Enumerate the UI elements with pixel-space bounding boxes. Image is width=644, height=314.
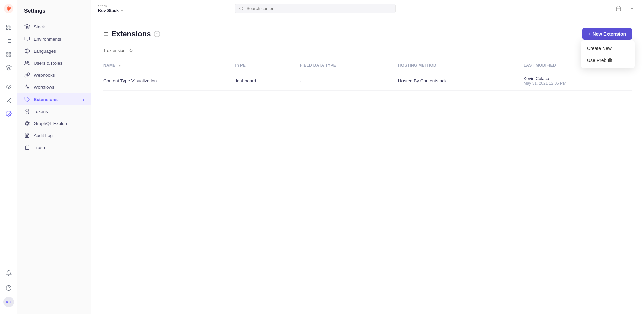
app-logo[interactable] <box>4 4 13 15</box>
header-dropdown-button[interactable] <box>627 3 637 14</box>
languages-icon <box>24 48 30 54</box>
extensions-icon <box>24 96 30 102</box>
help-button[interactable] <box>3 282 15 294</box>
svg-point-31 <box>25 124 26 125</box>
sidebar-item-trash[interactable]: Trash <box>17 141 91 153</box>
page-title: Extensions <box>111 29 151 38</box>
row-type: dashboard <box>230 71 296 91</box>
svg-line-40 <box>242 9 243 10</box>
svg-point-29 <box>28 124 29 125</box>
extensions-table: Name ▼ Type Field Data Type Hosting Meth… <box>103 60 632 91</box>
col-name[interactable]: Name ▼ <box>103 60 230 71</box>
extension-count: 1 extension <box>103 48 126 53</box>
nav-publish[interactable] <box>3 81 15 93</box>
svg-point-32 <box>25 122 26 123</box>
svg-marker-18 <box>25 24 29 27</box>
row-last-modified: Kevin Colaco May 31, 2021 12:05 PM <box>520 71 632 91</box>
svg-point-30 <box>27 124 28 125</box>
col-field-data-type: Field Data Type <box>296 60 394 71</box>
graphql-icon <box>24 120 30 126</box>
sidebar-item-label: Workflows <box>34 85 54 90</box>
svg-point-28 <box>28 122 29 123</box>
svg-point-39 <box>240 7 243 10</box>
svg-rect-3 <box>6 28 8 30</box>
sidebar-item-audit-log[interactable]: Audit Log <box>17 129 91 141</box>
search-bar[interactable] <box>235 4 396 13</box>
nav-layers[interactable] <box>3 62 15 74</box>
sidebar-item-webhooks[interactable]: Webhooks <box>17 69 91 81</box>
extensions-content: ☰ Extensions ? + New Extension 1 extensi… <box>91 17 644 314</box>
settings-sidebar: Settings Stack Environments Languages Us… <box>17 0 91 314</box>
sidebar-item-users-roles[interactable]: Users & Roles <box>17 57 91 69</box>
nav-settings[interactable] <box>3 108 15 120</box>
sidebar-item-workflows[interactable]: Workflows <box>17 81 91 93</box>
sidebar-item-label: Audit Log <box>34 133 53 138</box>
svg-rect-41 <box>616 7 621 11</box>
svg-marker-11 <box>6 65 11 68</box>
svg-point-16 <box>6 286 11 291</box>
row-field-data-type: - <box>296 71 394 91</box>
workflows-icon <box>24 84 30 90</box>
webhooks-icon <box>24 72 30 78</box>
new-extension-button[interactable]: + New Extension <box>582 28 632 40</box>
search-icon <box>239 6 244 11</box>
svg-point-27 <box>27 121 28 122</box>
svg-point-26 <box>26 109 29 112</box>
nav-dashboard[interactable] <box>3 21 15 34</box>
environments-icon <box>24 36 30 42</box>
refresh-icon[interactable]: ↻ <box>129 48 133 53</box>
stack-icon <box>24 24 30 30</box>
sidebar-item-tokens[interactable]: Tokens <box>17 105 91 117</box>
extension-count-row: 1 extension ↻ <box>103 48 632 53</box>
icon-nav-bottom: KC <box>3 267 15 310</box>
svg-point-15 <box>8 113 9 115</box>
search-input[interactable] <box>246 6 391 11</box>
sidebar-item-extensions[interactable]: Extensions › <box>17 93 91 105</box>
svg-rect-4 <box>9 28 11 30</box>
use-prebuilt-option[interactable]: Use Prebuilt <box>581 54 635 66</box>
trash-icon <box>24 144 30 150</box>
last-modified-date: May 31, 2021 12:05 PM <box>524 81 628 86</box>
dropdown-chevron-icon <box>120 9 124 13</box>
stack-name: Kev Stack <box>98 8 124 13</box>
help-icon[interactable]: ? <box>154 31 160 37</box>
svg-rect-2 <box>9 25 11 27</box>
user-avatar[interactable]: KC <box>3 297 14 307</box>
new-extension-dropdown: Create New Use Prebuilt <box>581 40 635 68</box>
nav-content[interactable] <box>3 35 15 47</box>
svg-point-12 <box>8 86 9 88</box>
nav-releases[interactable] <box>3 94 15 106</box>
sidebar-item-label: Trash <box>34 145 45 150</box>
sidebar-item-languages[interactable]: Languages <box>17 45 91 57</box>
page-header: ☰ Extensions ? + New Extension <box>103 28 632 40</box>
top-header: Stack Kev Stack <box>91 0 644 17</box>
audit-icon <box>24 132 30 138</box>
table-row[interactable]: Content Type Visualization dashboard - H… <box>103 71 632 91</box>
row-name: Content Type Visualization <box>103 71 230 91</box>
nav-assets[interactable] <box>3 48 15 60</box>
row-hosting-method: Hosted By Contentstack <box>394 71 520 91</box>
main-area: Stack Kev Stack ☰ Extensions ? <box>91 0 644 314</box>
header-right <box>613 3 637 14</box>
tokens-icon <box>24 108 30 114</box>
sidebar-item-stack[interactable]: Stack <box>17 21 91 33</box>
calendar-button[interactable] <box>613 3 624 14</box>
sidebar-item-label: Users & Roles <box>34 61 62 66</box>
notification-button[interactable] <box>3 267 15 279</box>
sidebar-item-label: Tokens <box>34 109 48 114</box>
stack-info: Stack Kev Stack <box>98 4 124 13</box>
sidebar-item-label: Stack <box>34 24 45 29</box>
svg-rect-19 <box>25 37 29 40</box>
sidebar-item-label: Webhooks <box>34 73 55 78</box>
users-icon <box>24 60 30 66</box>
sort-icon: ▼ <box>118 64 121 67</box>
sidebar-item-environments[interactable]: Environments <box>17 33 91 45</box>
sidebar-item-label: Languages <box>34 49 56 54</box>
sidebar-item-graphql[interactable]: GraphQL Explorer <box>17 117 91 129</box>
menu-icon: ☰ <box>103 31 108 37</box>
last-modified-user: Kevin Colaco <box>524 76 628 81</box>
svg-point-24 <box>25 61 27 63</box>
create-new-option[interactable]: Create New <box>581 42 635 54</box>
chevron-right-icon: › <box>83 97 85 102</box>
icon-nav: KC <box>0 0 17 314</box>
